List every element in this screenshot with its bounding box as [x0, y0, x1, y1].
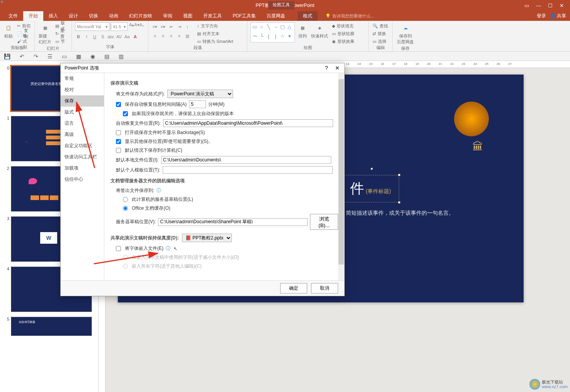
shape-more-icon[interactable]: ▾ [286, 33, 293, 39]
shapes-gallery[interactable]: ▭○╲→▢△ ⤳└{}☆▾ [250, 22, 295, 42]
bold-button[interactable]: B [75, 33, 82, 40]
nav-proofing[interactable]: 校对 [61, 84, 104, 95]
rotate-handle[interactable] [371, 168, 373, 170]
strike-button[interactable]: S [99, 33, 106, 40]
ribbon-options-icon[interactable]: ▭ [524, 3, 529, 8]
align-left-button[interactable]: ≡ [151, 32, 158, 39]
shape-star-icon[interactable]: ☆ [279, 33, 286, 39]
nav-custom-ribbon[interactable]: 自定义功能区 [61, 140, 104, 151]
smartart-button[interactable]: ▭转换为 SmartArt [196, 38, 234, 45]
info-icon[interactable]: ⓘ [157, 187, 161, 194]
minimize-icon[interactable]: — [536, 3, 541, 8]
resize-handle[interactable] [398, 174, 400, 176]
numbering-button[interactable]: ≡▾ [160, 23, 167, 30]
default-local-input[interactable] [161, 156, 331, 164]
shape-tri-icon[interactable]: △ [286, 24, 293, 30]
format-painter-button[interactable]: 🖌格式刷 [16, 38, 31, 45]
spacing-button[interactable]: AV [116, 33, 123, 40]
touch-icon[interactable]: ☰ [48, 53, 53, 59]
replace-button[interactable]: ⇄替换 [372, 30, 389, 37]
nav-general[interactable]: 常规 [61, 73, 104, 84]
justify-button[interactable]: ≡ [176, 32, 183, 39]
nav-trust[interactable]: 信任中心 [61, 174, 104, 185]
save-icon[interactable]: 💾 [4, 53, 10, 59]
font-name-combo[interactable]: Microsoft Yal▾ [75, 22, 109, 31]
nav-language[interactable]: 语言 [61, 118, 104, 129]
shape-brace2-icon[interactable]: } [272, 33, 279, 39]
embed-fonts-checkbox[interactable] [116, 246, 121, 251]
font-size-combo[interactable]: 41.5▾ [111, 22, 128, 31]
tab-animation[interactable]: 动画 [104, 11, 124, 21]
shape-brace-icon[interactable]: { [265, 33, 272, 39]
indent-right-button[interactable]: ⇥ [176, 23, 183, 30]
new-slide-button[interactable]: ▦新建 幻灯片 [38, 22, 52, 46]
tab-insert[interactable]: 插入 [43, 11, 63, 21]
shape-elbow-icon[interactable]: └ [259, 33, 265, 39]
default-template-input[interactable] [163, 166, 333, 174]
shape-effects-button[interactable]: ◉形状效果 [331, 38, 355, 45]
change-case-button[interactable]: Aa [124, 33, 131, 40]
line-spacing-button[interactable]: ↕ [184, 23, 191, 30]
tab-slideshow[interactable]: 幻灯片放映 [124, 11, 158, 21]
tab-file[interactable]: 文件 [3, 11, 23, 21]
qat-icon4[interactable]: ▤ [104, 53, 109, 59]
reset-button[interactable]: ↻重置 [54, 30, 68, 37]
redo-icon[interactable]: ↷ [34, 53, 38, 59]
auto-recover-loc-input[interactable] [163, 119, 333, 127]
info-icon[interactable]: ⓘ [166, 245, 170, 252]
nav-addins[interactable]: 加载项 [61, 163, 104, 174]
indent-left-button[interactable]: ⇤ [168, 23, 175, 30]
font-color-button[interactable]: A [132, 33, 139, 40]
tell-me-input[interactable]: 💡告诉我您想要做什么... [325, 13, 374, 19]
nav-save[interactable]: 保存 [61, 95, 104, 107]
server-draft-input[interactable] [158, 218, 308, 226]
maximize-icon[interactable]: ☐ [548, 3, 553, 8]
align-text-button[interactable]: ▤对齐文本 [196, 30, 234, 37]
decrease-font-icon[interactable]: A▾ [134, 22, 139, 31]
nav-qat[interactable]: 快速访问工具栏 [61, 151, 104, 163]
tab-transition[interactable]: 切换 [83, 11, 104, 21]
clear-format-icon[interactable]: Aₓ [140, 22, 144, 31]
section-button[interactable]: ▭节 [54, 38, 68, 45]
auto-recover-minutes[interactable] [189, 100, 206, 108]
dialog-scrollbar[interactable] [338, 73, 344, 280]
text-direction-button[interactable]: ↕文字方向 [196, 22, 234, 29]
login-button[interactable]: 登录 [537, 13, 546, 19]
qat-icon2[interactable]: ▦ [76, 53, 81, 59]
shape-fill-button[interactable]: ◆形状填充 [331, 22, 355, 29]
align-right-button[interactable]: ≡ [168, 32, 175, 39]
tab-developer[interactable]: 开发工具 [198, 11, 227, 21]
keep-last-checkbox[interactable] [123, 111, 128, 116]
auto-recover-checkbox[interactable] [116, 102, 121, 107]
save-baidu-button[interactable]: ☁保存到 百度网盘 [396, 22, 415, 46]
tab-view[interactable]: 视图 [178, 11, 198, 21]
share-button[interactable]: 👤 共享 [550, 13, 566, 19]
shape-rect-icon[interactable]: ▭ [252, 24, 258, 30]
undo-icon[interactable]: ↶ [20, 53, 24, 59]
resize-handle[interactable] [398, 201, 400, 204]
close-window-icon[interactable]: ✕ [560, 3, 564, 8]
qat-icon3[interactable]: ◉ [90, 53, 95, 59]
tab-design[interactable]: 设计 [63, 11, 83, 21]
description-text[interactable]: 简短描述该事件，或关于该事件的一句名言。 [346, 210, 454, 217]
show-other-checkbox[interactable] [116, 139, 121, 144]
checkout-local-radio[interactable] [123, 197, 128, 202]
quick-styles-button[interactable]: ◈快速样式 [310, 22, 329, 40]
select-button[interactable]: ▭选择 [372, 38, 389, 45]
tab-review[interactable]: 审阅 [158, 11, 178, 21]
underline-button[interactable]: U [91, 33, 98, 40]
shape-oval-icon[interactable]: ○ [259, 24, 265, 30]
shape-line-icon[interactable]: ╲ [265, 24, 272, 30]
dialog-help-icon[interactable]: ? [321, 65, 332, 71]
align-center-button[interactable]: ≡ [160, 32, 167, 39]
nav-layout[interactable]: 版式 [61, 107, 104, 118]
qat-icon1[interactable]: ▭ [62, 53, 67, 59]
find-button[interactable]: 🔍查找 [372, 22, 389, 29]
cancel-button[interactable]: 取消 [311, 283, 338, 294]
browse-button[interactable]: 浏览(B)... [310, 214, 338, 230]
tab-home[interactable]: 开始 [23, 11, 43, 21]
shape-outline-button[interactable]: ▭形状轮廓 [331, 30, 355, 37]
increase-font-icon[interactable]: A▴ [129, 22, 134, 31]
paste-button[interactable]: 📋粘贴 [3, 22, 14, 40]
fidelity-file-select[interactable]: 📕 PPT教程2.pptx [182, 234, 232, 242]
